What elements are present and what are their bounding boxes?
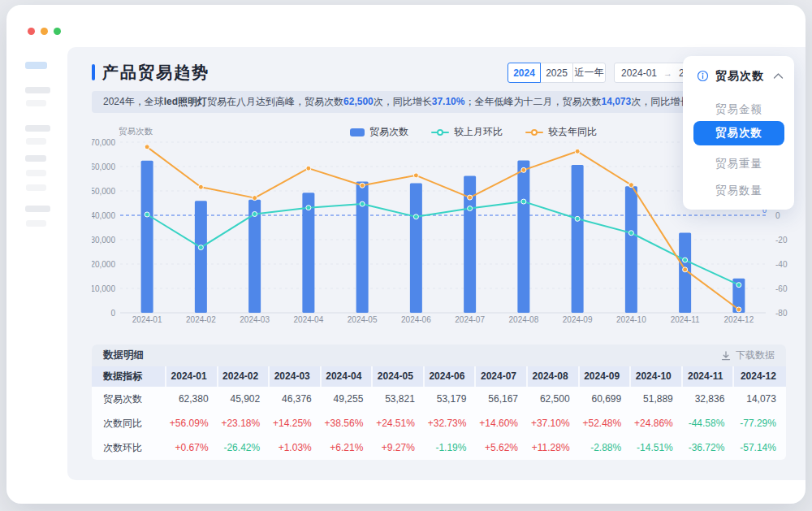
table-cell: 46,376	[270, 387, 322, 411]
bar-2024-08[interactable]	[517, 161, 529, 314]
download-icon	[720, 350, 732, 362]
table-cell: -14.51%	[631, 435, 683, 460]
data-point[interactable]	[198, 184, 203, 189]
bar-2024-02[interactable]	[195, 201, 207, 313]
sidebar-item-skeleton[interactable]	[25, 206, 50, 212]
right-axis-tick: -80	[775, 309, 788, 318]
x-axis-label: 2024-03	[240, 315, 270, 324]
page-title: 产品贸易趋势	[102, 62, 209, 84]
table-header-month: 2024-06	[425, 366, 477, 387]
bar-2024-01[interactable]	[141, 161, 153, 313]
table-cell: -1.19%	[425, 435, 477, 460]
data-point[interactable]	[683, 258, 688, 262]
sidebar-item-active-skeleton[interactable]	[25, 62, 47, 69]
data-point[interactable]	[468, 206, 473, 211]
data-point[interactable]	[575, 149, 580, 154]
sidebar-item-skeleton[interactable]	[25, 87, 50, 93]
line-path	[147, 147, 739, 310]
maximize-window-button[interactable]	[54, 28, 61, 35]
right-axis-tick: -20	[775, 236, 788, 245]
close-window-button[interactable]	[28, 28, 35, 35]
download-data-button[interactable]: 下载数据	[720, 349, 775, 362]
minimize-window-button[interactable]	[41, 28, 48, 35]
table-cell: 62,380	[166, 387, 218, 411]
table-header-month: 2024-04	[322, 366, 374, 387]
dropdown-option-2[interactable]: 贸易次数	[693, 121, 784, 145]
table-cell: +14.60%	[476, 411, 528, 435]
sidebar-item-skeleton[interactable]	[26, 170, 46, 176]
bar-2024-04[interactable]	[302, 193, 314, 313]
date-range-start: 2024-01	[621, 67, 657, 79]
window-controls	[28, 28, 61, 35]
data-point[interactable]	[306, 166, 311, 171]
table-cell: 45,902	[218, 387, 270, 411]
sidebar-item-skeleton[interactable]	[25, 155, 46, 162]
data-point[interactable]	[198, 245, 203, 250]
row-label: 贸易次数	[92, 387, 166, 411]
sidebar-item-skeleton[interactable]	[26, 138, 46, 145]
table-row: 次数同比+56.09%+23.18%+14.25%+38.56%+24.51%+…	[92, 411, 786, 435]
banner-text-segment: 14,073	[601, 96, 631, 107]
bar-2024-09[interactable]	[572, 165, 584, 313]
data-point[interactable]	[253, 211, 257, 216]
sidebar-item-skeleton[interactable]	[26, 220, 46, 227]
table-cell: 56,167	[476, 387, 528, 411]
table-section-title: 数据明细	[103, 349, 144, 362]
table-cell: 60,699	[580, 387, 632, 411]
data-point[interactable]	[413, 173, 418, 178]
x-axis-label: 2024-07	[455, 315, 485, 324]
data-point[interactable]	[736, 283, 741, 288]
sidebar-item-skeleton[interactable]	[25, 125, 50, 132]
time-filter-2024[interactable]: 2024	[508, 63, 541, 83]
x-axis-label: 2024-04	[294, 315, 324, 324]
sidebar-item-skeleton[interactable]	[26, 100, 46, 106]
data-point[interactable]	[413, 214, 418, 219]
table-header-month: 2024-09	[580, 366, 632, 387]
table-header-month: 2024-10	[631, 366, 683, 387]
data-point[interactable]	[521, 167, 526, 172]
table-cell: +1.03%	[270, 435, 322, 460]
dropdown-option-4[interactable]: 贸易数量	[683, 182, 794, 200]
bar-2024-06[interactable]	[410, 183, 422, 313]
data-point[interactable]	[468, 195, 473, 200]
metric-dropdown-header[interactable]: 贸易次数	[683, 67, 794, 85]
banner-text-segment: 次，同比增长	[631, 96, 689, 107]
download-label: 下载数据	[736, 349, 775, 362]
data-point[interactable]	[145, 145, 149, 149]
dropdown-option-3[interactable]: 贸易重量	[683, 155, 794, 173]
x-axis-label: 2024-12	[724, 315, 754, 324]
data-point[interactable]	[628, 231, 633, 236]
dropdown-option-1[interactable]: 贸易金额	[683, 101, 794, 119]
data-point[interactable]	[575, 216, 580, 221]
right-axis-tick: 0	[775, 211, 780, 220]
chevron-up-icon	[773, 72, 784, 80]
banner-text-segment: ；全年低峰为十二月，贸易次数	[464, 96, 601, 107]
time-filter-近一年[interactable]: 近一年	[572, 63, 606, 83]
data-point[interactable]	[683, 267, 688, 272]
data-point[interactable]	[521, 199, 526, 204]
time-filter-2025[interactable]: 2025	[540, 63, 573, 83]
data-point[interactable]	[253, 196, 257, 201]
left-axis-tick: 40,000	[92, 211, 115, 220]
sidebar-item-skeleton[interactable]	[26, 184, 46, 191]
table-cell: +52.48%	[580, 411, 632, 435]
table-cell: 32,836	[683, 387, 735, 411]
table-cell: 49,255	[322, 387, 374, 411]
table-cell: -26.42%	[218, 435, 270, 460]
table-header-month: 2024-11	[683, 366, 735, 387]
bar-2024-10[interactable]	[625, 186, 637, 313]
left-axis-tick: 0	[110, 309, 115, 318]
data-point[interactable]	[145, 212, 149, 217]
data-point[interactable]	[306, 206, 311, 210]
data-point[interactable]	[628, 183, 633, 188]
table-header-month: 2024-08	[528, 366, 580, 387]
banner-text-segment: 62,500	[343, 96, 374, 107]
data-point[interactable]	[360, 183, 365, 188]
data-point[interactable]	[360, 201, 365, 206]
table-cell: -57.14%	[734, 435, 786, 460]
right-axis-tick: -60	[775, 284, 788, 293]
banner-text-segment: 37.10%	[432, 96, 465, 107]
banner-text-segment: led照明灯	[164, 96, 207, 107]
data-point[interactable]	[736, 307, 741, 312]
x-axis-label: 2024-08	[509, 315, 539, 324]
